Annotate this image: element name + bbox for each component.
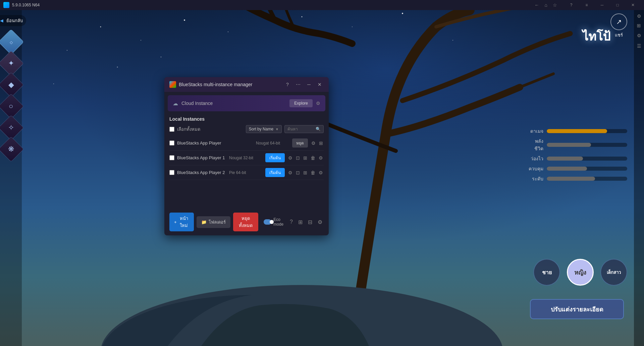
nav-back-btn[interactable]: ← [533,2,541,8]
dialog-empty-space [164,182,329,209]
instance-resize-btn-1[interactable]: ⊡ [295,155,301,161]
sort-dropdown[interactable]: Sort by Name ▼ [246,125,282,133]
stat-bar-bg-damage [547,129,627,133]
skill-3-symbol: ◆ [8,80,14,89]
select-all-checkbox[interactable] [169,127,174,132]
nav-home-btn[interactable]: ⌂ [543,2,549,8]
dialog-menu-btn[interactable]: ⋯ [294,80,302,89]
maximize-btn[interactable]: □ [610,0,625,10]
folder-btn[interactable]: 📁 โฟลเดอร์ [197,216,230,228]
instance-name-0: BlueStacks App Player [177,140,253,146]
dialog-title: BlueStacks multi-instance manager [179,82,281,87]
cloud-instance-bar: ☁ Cloud Instance Explore ⚙ [168,95,325,111]
skill-icon-5[interactable]: ✧ [0,115,24,140]
instance-start-btn-1[interactable]: เริ่มต้น [265,153,285,162]
select-all-label: เลือกทั้งหมด [177,126,243,133]
skill-6-symbol: ❋ [8,145,14,154]
back-button[interactable]: ◄ ย้อนกลับ [0,15,26,26]
svg-point-13 [101,285,503,346]
instance-clone-btn-0[interactable]: ⊞ [318,140,324,147]
share-label: แชร์ [615,32,623,39]
toggle-knob [270,220,274,224]
instance-settings-btn-1[interactable]: ⚙ [287,155,293,161]
bluestacks-logo [169,81,176,88]
instance-copy-btn-1[interactable]: ⊞ [303,155,308,161]
dialog-help-btn[interactable]: ? [283,80,291,89]
stat-row-level: ระดับ [527,175,627,182]
stat-label-hp: พลังชีวิต [527,137,543,152]
minimize-btn[interactable]: ─ [594,0,610,10]
skill-icon-6[interactable]: ❋ [0,136,24,162]
right-sidebar-btn-3[interactable]: ⚙ [636,33,642,38]
customize-label: ปรับแต่งรายละเอียด [551,304,603,314]
child-btn[interactable]: เด็กสาว [600,259,627,286]
back-label: ย้อนกลับ [6,17,23,24]
customize-button[interactable]: ปรับแต่งรายละเอียด [530,299,624,319]
list-view-icon[interactable]: ⊟ [307,218,314,227]
skill-icon-4[interactable]: ○ [0,94,24,119]
instance-more-btn-2[interactable]: ⚙ [318,169,324,176]
share-button[interactable]: ↗ แชร์ [610,13,627,39]
dialog-minimize-btn[interactable]: ─ [305,80,313,89]
cloud-explore-btn[interactable]: Explore [289,99,313,107]
instance-checkbox-1[interactable] [169,155,174,160]
stat-bar-fill-damage [547,129,607,133]
eco-info-icon[interactable]: ? [288,218,294,226]
sort-dropdown-text: Sort by Name [249,127,273,131]
skill-2-symbol: ✦ [8,59,14,68]
skill-icon-3[interactable]: ◆ [0,72,24,98]
help-btn[interactable]: ? [564,0,579,10]
instance-start-btn-2[interactable]: เริ่มต้น [265,168,285,177]
folder-icon: 📁 [201,220,207,225]
stat-label-level: ระดับ [527,175,543,182]
instance-resize-btn-2[interactable]: ⊡ [295,169,301,176]
svg-point-8 [452,40,453,41]
stat-row-control: ควบคุม [527,165,627,172]
close-btn[interactable]: ✕ [625,0,641,10]
local-title: Local Instances [169,116,324,122]
instance-actions-0: ⚙ ⊞ [311,140,324,147]
dialog-titlebar-buttons: ? ⋯ ─ ✕ [283,80,324,89]
instance-os-2: Pie 64-bit [229,170,263,175]
left-sidebar: ◄ ย้อนกลับ ⬦ ✦ ◆ ○ ✧ ❋ [0,10,22,346]
cloud-info-btn[interactable]: ⚙ [316,101,320,106]
stat-label-speed: ว่องไว [527,155,543,162]
cloud-label: Cloud Instance [181,101,286,106]
instance-checkbox-0[interactable] [169,140,174,146]
skill-icon-1[interactable]: ⬦ [0,29,24,55]
female-btn[interactable]: หญิง [567,259,594,286]
nav-bookmark-btn[interactable]: ☆ [551,2,558,8]
right-sidebar-btn-1[interactable]: ⚙ [636,13,642,19]
instance-delete-btn-1[interactable]: 🗑 [310,155,316,161]
menu-btn[interactable]: ≡ [579,0,594,10]
skill-icon-2[interactable]: ✦ [0,51,24,76]
titlebar-nav: ← ⌂ ☆ [533,2,558,8]
stat-bar-bg-hp [547,143,627,147]
instance-stop-btn-0[interactable]: หยุด [292,138,308,148]
eco-mode-area: Eco mode ? [264,217,294,227]
search-input[interactable] [287,127,314,131]
skill-4-symbol: ○ [9,102,13,111]
instance-settings-btn-2[interactable]: ⚙ [287,169,293,176]
instance-delete-btn-2[interactable]: 🗑 [310,169,316,176]
svg-point-11 [161,57,161,57]
new-instance-btn[interactable]: + หน้าใหม่ [169,213,194,231]
male-label: ชาย [542,268,552,277]
grid-view-icon[interactable]: ⊞ [297,218,304,227]
dialog-footer: + หน้าใหม่ 📁 โฟลเดอร์ หยุดทั้งหมด Eco mo… [164,209,329,235]
eco-mode-toggle[interactable] [264,219,271,225]
instance-checkbox-2[interactable] [169,170,174,175]
instance-settings-btn-0[interactable]: ⚙ [311,140,316,147]
stat-bar-fill-control [547,167,587,171]
female-label: หญิง [574,268,586,277]
right-sidebar-btn-4[interactable]: ☰ [636,43,642,49]
cloud-icon: ☁ [173,100,178,107]
male-btn[interactable]: ชาย [533,259,560,286]
instance-more-btn-1[interactable]: ⚙ [318,155,324,161]
instance-copy-btn-2[interactable]: ⊞ [303,169,308,176]
footer-settings-icon[interactable]: ⚙ [316,218,324,227]
stop-all-btn[interactable]: หยุดทั้งหมด [233,213,258,231]
dialog-close-btn[interactable]: ✕ [316,80,324,89]
right-sidebar-btn-2[interactable]: ⊞ [636,24,642,28]
stat-bar-fill-hp [547,143,591,147]
